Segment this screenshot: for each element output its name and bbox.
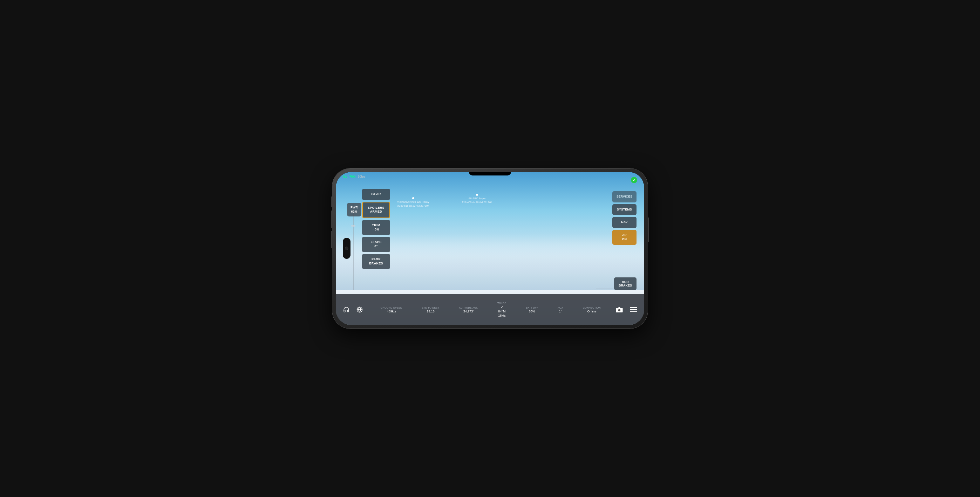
globe-icon[interactable] <box>355 305 364 314</box>
bottom-stats: GROUND SPEED 489kts ETE TO DEST 19:18 AL… <box>371 302 611 317</box>
gear-button[interactable]: GEAR <box>362 189 390 200</box>
stat-aoa: AOA 1° <box>558 306 563 313</box>
services-button[interactable]: SERVICES <box>612 191 636 202</box>
ground-speed-value: 489kts <box>387 310 396 313</box>
stat-altitude: ALTITUDE AGL 34,973' <box>459 306 478 313</box>
rud-brakes-button[interactable]: RUDBRAKES <box>614 277 636 290</box>
stat-winds: WINDS ↙ 84°M 18kts <box>497 302 506 317</box>
winds-speed: 18kts <box>498 314 506 317</box>
flaps-value: 0° <box>374 245 377 248</box>
systems-label: SYSTEMS <box>617 208 632 211</box>
n1-value: 76% <box>350 175 356 178</box>
battery-value: 65% <box>529 310 535 313</box>
fps-value: 60fps <box>358 175 366 178</box>
trim-label: TRIM <box>372 224 380 227</box>
trim-value: 0% <box>375 228 380 231</box>
trim-indicator: · <box>372 228 374 231</box>
winds-dir: 84°M <box>498 310 506 313</box>
bottom-right-icons <box>614 304 639 315</box>
bottom-icon-group <box>341 305 364 314</box>
side-button-vol-down[interactable] <box>331 231 332 248</box>
phone-frame: N1 76% 60fps PWR 62% <box>332 168 648 329</box>
flaps-button[interactable]: FLAPS 0° <box>362 237 390 252</box>
ap-button[interactable]: APON <box>612 230 636 245</box>
flaps-label: FLAPS <box>371 240 381 244</box>
pwr-value: 62% <box>351 210 357 213</box>
nav-label: NAV <box>621 220 627 224</box>
winds-arrow-icon: ↙ <box>501 305 503 309</box>
bottom-bar: GROUND SPEED 489kts ETE TO DEST 19:18 AL… <box>336 294 644 325</box>
stat-battery: BATTERY 65% <box>526 306 538 313</box>
park-brakes-button[interactable]: PARKBRAKES <box>362 254 390 269</box>
systems-button[interactable]: SYSTEMS <box>612 204 636 215</box>
n1-label: N1 <box>343 175 347 178</box>
camera-icon[interactable] <box>614 304 625 315</box>
services-label: SERVICES <box>617 195 632 198</box>
ground-speed-label: GROUND SPEED <box>381 306 402 309</box>
headset-icon[interactable] <box>341 305 351 314</box>
throttle-handle[interactable] <box>351 225 355 227</box>
camera-dot <box>345 246 348 250</box>
gear-label: GEAR <box>371 192 381 196</box>
rud-track <box>596 289 613 289</box>
stat-ground-speed: GROUND SPEED 489kts <box>381 306 402 313</box>
notch <box>469 172 511 175</box>
phone-screen: N1 76% 60fps PWR 62% <box>336 172 644 325</box>
winds-label: WINDS <box>497 302 506 304</box>
ete-value: 19:18 <box>426 310 434 313</box>
side-button-mute[interactable] <box>331 197 332 207</box>
svg-point-3 <box>618 309 620 311</box>
camera-hole <box>343 238 350 259</box>
spoilers-label: SPOILERSARMED <box>368 206 385 214</box>
connection-value: Online <box>587 310 596 313</box>
battery-label: BATTERY <box>526 306 538 309</box>
altitude-label: ALTITUDE AGL <box>459 306 478 309</box>
altitude-value: 34,973' <box>463 310 474 313</box>
aoa-label: AOA <box>558 306 563 309</box>
right-panel: SERVICES SYSTEMS NAV APON <box>612 191 636 245</box>
pwr-label: PWR <box>350 206 358 209</box>
screen-content: N1 76% 60fps PWR 62% <box>336 172 644 325</box>
connection-label: CONNECTION <box>583 306 601 309</box>
spoilers-button[interactable]: SPOILERSARMED <box>362 202 390 218</box>
stat-connection: CONNECTION Online <box>583 306 601 313</box>
nav-button[interactable]: NAV <box>612 217 636 228</box>
side-button-vol-up[interactable] <box>331 211 332 228</box>
rud-brakes-label: RUDBRAKES <box>619 280 632 287</box>
pwr-button[interactable]: PWR 62% <box>347 203 361 216</box>
connection-check-icon <box>631 177 637 183</box>
trim-button[interactable]: TRIM · 0% <box>362 220 390 235</box>
ete-label: ETE TO DEST <box>422 306 439 309</box>
side-button-power[interactable] <box>648 218 649 242</box>
stat-ete: ETE TO DEST 19:18 <box>422 306 439 313</box>
aoa-value: 1° <box>559 310 562 313</box>
menu-icon[interactable] <box>628 304 639 315</box>
ap-label: APON <box>622 233 627 241</box>
left-panel: GEAR SPOILERSARMED TRIM · 0% FLAPS 0° PA… <box>362 189 390 269</box>
park-brakes-label: PARKBRAKES <box>369 257 383 265</box>
